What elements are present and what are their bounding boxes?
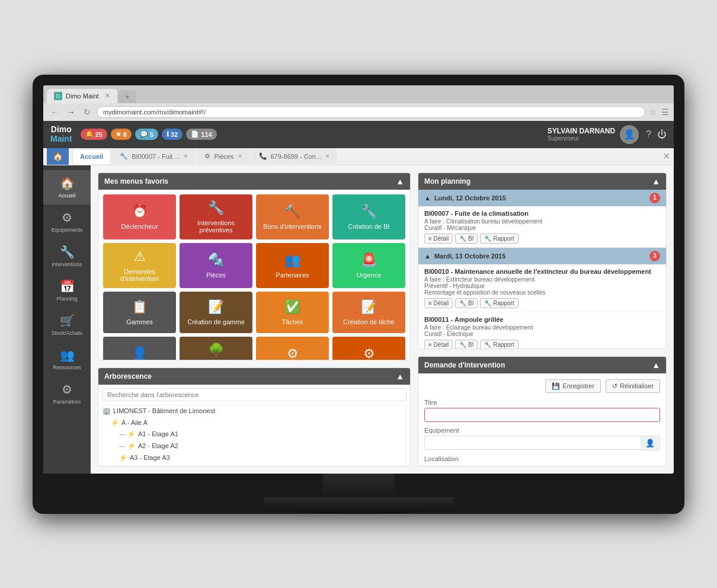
creation-gamme-icon: 📝: [208, 299, 224, 315]
badge-messages-count: 5: [150, 131, 153, 138]
bi00007-rapport-btn[interactable]: 🔧 Rapport: [480, 234, 518, 244]
fav-declencheur[interactable]: ⏰ Déclencheur: [103, 194, 176, 239]
tabbar-close-all[interactable]: ✕: [662, 151, 670, 162]
sidebar-item-interventions[interactable]: 🔧 Interventions: [43, 239, 91, 273]
planning-panel-header: Mon planning ▲: [418, 173, 666, 190]
demande-collapse-icon[interactable]: ▲: [652, 360, 660, 370]
arborescence-collapse-icon[interactable]: ▲: [396, 372, 404, 381]
localisation-label: Localisation: [424, 455, 660, 462]
tree-node-a3[interactable]: ⚡ A3 - Etage A3: [103, 452, 406, 464]
fav-utilisateurs[interactable]: 👤 Utilisateurs: [103, 337, 176, 360]
address-bar[interactable]: mydimomaint.com/mx/dimomaint#!/: [97, 106, 645, 118]
tab-bi00007-close[interactable]: ✕: [183, 153, 188, 159]
sidebar-item-planning[interactable]: 📅 Planning: [43, 273, 91, 308]
tab-bi00007[interactable]: 🔧 BI00007 - Fuit ... ✕: [112, 148, 196, 164]
sidebar-item-accueil[interactable]: 🏠 Accueil: [43, 170, 91, 204]
sidebar-item-equipements[interactable]: ⚙ Equipements: [43, 204, 91, 239]
refresh-button[interactable]: ↻: [81, 106, 93, 118]
create-bi-icon: 🔧: [361, 204, 377, 219]
bi00011-rapport-btn[interactable]: 🔧 Rapport: [480, 340, 518, 349]
fav-interventions-preventives[interactable]: 🔧 Interventions préventives: [180, 194, 252, 239]
arborescence-search[interactable]: [102, 388, 406, 401]
badge-favorites[interactable]: ★ 8: [111, 129, 132, 140]
tree-node-limonest[interactable]: 🏢 LIMONEST - Bâtiment de Limonest: [103, 405, 406, 417]
badge-info-count: 32: [171, 131, 178, 138]
home-button[interactable]: 🏠: [47, 148, 69, 165]
fav-famille-piece[interactable]: ⚙ Famille de pièce: [256, 337, 329, 360]
tab-pieces-close[interactable]: ✕: [238, 153, 242, 159]
fav-urgence[interactable]: 🚨 Urgence: [332, 243, 405, 288]
menu-icon[interactable]: ☰: [661, 107, 669, 117]
badge-notifications[interactable]: 🔔 25: [81, 129, 107, 140]
planning-item-bi00011-actions: ≡ Détail 🔧 BI 🔧 Rapport: [424, 340, 660, 349]
bi00011-detail-btn[interactable]: ≡ Détail: [424, 340, 453, 349]
planning-day-mardi: ▲ Mardi, 13 Octobre 2015 3: [418, 248, 666, 264]
sidebar-item-stock[interactable]: 🛒 Stock/Achats: [43, 308, 91, 342]
sidebar-item-parametres[interactable]: ⚙ Paramètres: [43, 376, 91, 411]
equipement-search-icon[interactable]: 👤: [641, 436, 660, 450]
fav-partenaires[interactable]: 👥 Partenaires: [256, 243, 329, 288]
badge-docs[interactable]: 📄 114: [186, 129, 216, 140]
power-icon[interactable]: ⏻: [657, 129, 667, 140]
bi00010-bi-btn[interactable]: 🔧 BI: [455, 298, 478, 308]
planning-item-bi00011-line2: Curatif - Electrique: [424, 331, 660, 337]
tree-node-a1-label: A1 - Etage A1: [138, 429, 178, 440]
tab-contact-label: 679-8699 - Con...: [271, 153, 322, 160]
bi00010-detail-btn[interactable]: ≡ Détail: [424, 298, 453, 308]
fav-bons-interventions[interactable]: 🔨 Bons d'interventions: [256, 194, 329, 239]
reset-button[interactable]: ↺ Réinitialiser: [606, 379, 660, 393]
tree-node-aile-a[interactable]: ⚡ A - Aile A: [103, 417, 406, 429]
fav-creation-tache[interactable]: 📝 Création de tâche: [332, 292, 405, 333]
right-panel: Mon planning ▲ ▲ Lundi, 12 Octobre 2015: [418, 172, 667, 466]
equipement-label: Equipement: [424, 427, 660, 434]
fav-urgence-label: Urgence: [357, 271, 382, 279]
browser-tab-close-icon[interactable]: ✕: [105, 92, 110, 100]
urgence-icon: 🚨: [361, 253, 377, 268]
tab-contact-close[interactable]: ✕: [325, 153, 329, 159]
fav-imputation[interactable]: ⚙ Imputation: [332, 337, 405, 360]
help-icon[interactable]: ?: [646, 129, 651, 140]
tab-pieces[interactable]: ⚙ Pièces ✕: [197, 148, 249, 164]
fav-pieces-label: Pièces: [206, 271, 226, 279]
planning-panel: Mon planning ▲ ▲ Lundi, 12 Octobre 2015: [418, 172, 667, 349]
planning-collapse-icon[interactable]: ▲: [652, 177, 660, 186]
forward-button[interactable]: →: [65, 106, 78, 118]
bi00011-bi-btn[interactable]: 🔧 BI: [455, 340, 478, 349]
favorites-panel: Mes menus favoris ▲ ⏰ Déclencheur: [98, 172, 411, 360]
bi00007-bi-btn[interactable]: 🔧 BI: [455, 234, 478, 244]
tab-contact[interactable]: 📞 679-8699 - Con... ✕: [251, 148, 338, 164]
fav-creation-bi[interactable]: 🔧 Création de BI: [332, 194, 405, 239]
save-button[interactable]: 💾 Enregistrer: [545, 379, 601, 393]
sidebar-label-interventions: Interventions: [52, 261, 82, 267]
equipement-field-wrapper: 👤: [424, 436, 660, 450]
new-tab-btn[interactable]: +: [126, 93, 129, 100]
back-button[interactable]: ←: [48, 106, 61, 118]
badge-info[interactable]: ℹ 32: [162, 129, 183, 140]
browser-tab-active[interactable]: D Dimo Maint ✕: [47, 89, 117, 103]
fav-demandes-intervention[interactable]: ⚠ Demandes d'intervention: [103, 243, 176, 288]
fav-taches[interactable]: ✅ Tâches: [256, 292, 329, 333]
fav-pieces[interactable]: 🔩 Pièces: [180, 243, 252, 288]
equipement-input[interactable]: [424, 436, 641, 450]
bookmark-icon[interactable]: ☆: [649, 107, 657, 117]
favorites-collapse-icon[interactable]: ▲: [396, 177, 404, 186]
tree-node-a1[interactable]: — ⚡ A1 - Etage A1: [103, 429, 406, 440]
fav-creation-gamme[interactable]: 📝 Création de gamme: [180, 292, 252, 333]
browser-tab-inactive[interactable]: +: [119, 90, 136, 103]
tree-node-a2[interactable]: — ⚡ A2 - Etage A2: [103, 440, 406, 452]
badge-messages[interactable]: 💬 5: [135, 129, 158, 140]
bi00007-detail-btn[interactable]: ≡ Détail: [424, 234, 453, 244]
tab-accueil[interactable]: Accueil: [72, 149, 111, 164]
bi00010-rapport-btn[interactable]: 🔧 Rapport: [480, 298, 518, 308]
titre-input[interactable]: [424, 408, 660, 422]
planning-item-bi00007-title: BI00007 - Fuite de la climatisation: [424, 210, 660, 217]
fav-arborescence-profils[interactable]: 🌳 Arborescence de profils: [180, 337, 252, 360]
avatar: 👤: [620, 125, 639, 144]
fav-gammes[interactable]: 📋 Gammes: [103, 292, 176, 333]
sidebar-item-ressources[interactable]: 👥 Ressources: [43, 342, 91, 376]
fav-creation-bi-label: Création de BI: [348, 223, 389, 230]
user-info: SYLVAIN DARNAND Superviseur 👤: [548, 125, 639, 144]
tree-node-dev[interactable]: ⚡ DEV - Bureau développement: [103, 464, 406, 466]
taches-icon: ✅: [284, 299, 300, 315]
tab-pieces-label: Pièces: [214, 153, 233, 160]
